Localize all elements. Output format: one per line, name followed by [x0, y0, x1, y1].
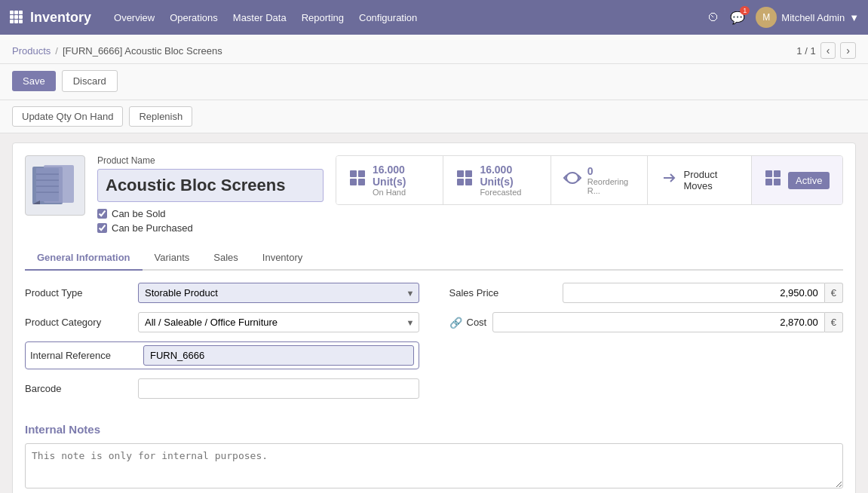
- svg-rect-28: [765, 179, 772, 185]
- barcode-input[interactable]: [138, 378, 419, 399]
- tab-variants[interactable]: Variants: [143, 246, 202, 271]
- product-category-select-wrapper: All / Saleable / Office Furniture ▼: [138, 312, 419, 332]
- product-name-input[interactable]: [97, 169, 324, 202]
- forecasted-value: 16.000 Unit(s): [480, 164, 538, 188]
- cost-label-row: 🔗 Cost: [449, 317, 487, 329]
- nav-overview[interactable]: Overview: [114, 9, 155, 26]
- grid-menu-icon[interactable]: [9, 10, 23, 26]
- reordering-icon: [563, 169, 581, 191]
- action-bar: Save Discard: [0, 64, 868, 100]
- product-image: [25, 155, 85, 216]
- svg-rect-29: [774, 179, 781, 185]
- product-type-group: Product Type Storable Product Consumable…: [25, 283, 419, 303]
- user-menu[interactable]: M Mitchell Admin ▼: [756, 7, 859, 28]
- cost-label: Cost: [467, 317, 487, 328]
- user-dropdown-icon: ▼: [849, 12, 859, 23]
- product-moves-label: Product Moves: [684, 169, 740, 191]
- product-category-label: Product Category: [25, 317, 138, 328]
- breadcrumb-bar: Products / [FURN_6666] Acoustic Bloc Scr…: [0, 35, 868, 64]
- product-checkboxes: Can be Sold Can be Purchased: [97, 208, 324, 234]
- internal-reference-input[interactable]: [143, 345, 414, 366]
- pagination: 1 / 1 ‹ ›: [796, 42, 856, 59]
- stat-on-hand[interactable]: 16.000 Unit(s) On Hand: [336, 156, 443, 204]
- update-on-hand-button[interactable]: Update Qty On Hand: [12, 106, 123, 127]
- cost-currency: €: [825, 312, 843, 332]
- navbar-right: ⏲ 💬 1 M Mitchell Admin ▼: [707, 7, 859, 28]
- inventory-action-bar: Update Qty On Hand Replenish: [0, 100, 868, 133]
- app-title: Inventory: [30, 10, 91, 26]
- svg-rect-19: [350, 179, 357, 185]
- chat-icon[interactable]: 💬 1: [730, 11, 745, 25]
- stat-forecasted[interactable]: 16.000 Unit(s) Forecasted: [443, 156, 551, 204]
- on-hand-info: 16.000 Unit(s) On Hand: [373, 164, 431, 197]
- cost-input-wrapper: €: [492, 312, 843, 332]
- svg-rect-7: [14, 20, 18, 23]
- pagination-prev[interactable]: ‹: [820, 42, 836, 59]
- svg-rect-22: [465, 170, 472, 177]
- forecasted-icon: [455, 169, 474, 191]
- nav-operations[interactable]: Operations: [170, 9, 218, 26]
- clock-icon[interactable]: ⏲: [707, 11, 719, 24]
- pagination-next[interactable]: ›: [840, 42, 856, 59]
- save-button[interactable]: Save: [12, 71, 56, 91]
- tabs: General Information Variants Sales Inven…: [25, 246, 843, 271]
- product-category-select[interactable]: All / Saleable / Office Furniture: [138, 312, 419, 332]
- product-type-select[interactable]: Storable Product Consumable Service: [138, 283, 419, 303]
- main-content: Product Name Can be Sold Can be Purchase…: [0, 133, 868, 493]
- forecasted-info: 16.000 Unit(s) Forecasted: [480, 164, 538, 197]
- form-right-column: Sales Price € 🔗 Cost €: [449, 283, 844, 408]
- breadcrumb-current: [FURN_6666] Acoustic Bloc Screens: [63, 45, 222, 57]
- svg-rect-11: [36, 168, 59, 201]
- sales-price-group: Sales Price €: [449, 283, 844, 303]
- sales-price-label: Sales Price: [449, 287, 563, 299]
- can-be-purchased-checkbox[interactable]: Can be Purchased: [97, 222, 324, 234]
- nav-configuration[interactable]: Configuration: [359, 9, 417, 26]
- tab-general-information[interactable]: General Information: [25, 246, 143, 271]
- nav-master-data[interactable]: Master Data: [233, 9, 287, 26]
- svg-rect-23: [457, 179, 464, 185]
- pagination-text: 1 / 1: [796, 45, 815, 57]
- svg-rect-8: [19, 20, 23, 23]
- svg-rect-2: [19, 11, 23, 14]
- active-icon: [764, 169, 782, 191]
- nav-reporting[interactable]: Reporting: [302, 9, 344, 26]
- stats-widgets: 16.000 Unit(s) On Hand 16.000 Unit(s) Fo…: [336, 155, 843, 205]
- sales-price-input[interactable]: [563, 283, 825, 303]
- forecasted-label: Forecasted: [480, 188, 538, 197]
- tab-inventory[interactable]: Inventory: [250, 246, 314, 271]
- on-hand-value: 16.000 Unit(s): [373, 164, 431, 188]
- nav-menu: Overview Operations Master Data Reportin…: [114, 9, 707, 26]
- svg-rect-3: [10, 15, 14, 19]
- username: Mitchell Admin: [781, 12, 845, 23]
- svg-rect-5: [19, 15, 23, 19]
- product-name-label: Product Name: [97, 155, 324, 166]
- svg-rect-0: [10, 11, 14, 14]
- svg-rect-17: [350, 170, 357, 177]
- replenish-button[interactable]: Replenish: [129, 106, 192, 127]
- cost-input[interactable]: [492, 312, 825, 332]
- active-badge: Active: [788, 172, 830, 189]
- on-hand-label: On Hand: [373, 188, 431, 197]
- stat-active[interactable]: Active: [752, 156, 842, 204]
- can-be-sold-checkbox[interactable]: Can be Sold: [97, 208, 324, 219]
- on-hand-icon: [348, 169, 367, 191]
- stat-reordering[interactable]: 0 Reordering R...: [551, 156, 648, 204]
- product-moves-icon: [660, 169, 678, 191]
- svg-rect-6: [10, 20, 14, 23]
- can-be-sold-label: Can be Sold: [112, 208, 166, 219]
- product-type-label: Product Type: [25, 287, 138, 299]
- product-info: Product Name Can be Sold Can be Purchase…: [97, 155, 324, 234]
- barcode-group: Barcode: [25, 378, 419, 399]
- reordering-info: 0 Reordering R...: [587, 165, 635, 195]
- stat-product-moves[interactable]: Product Moves: [648, 156, 753, 204]
- tab-sales[interactable]: Sales: [201, 246, 250, 271]
- barcode-label: Barcode: [25, 383, 138, 394]
- cost-external-link-icon[interactable]: 🔗: [449, 317, 462, 329]
- discard-button[interactable]: Discard: [62, 70, 118, 92]
- avatar: M: [756, 7, 777, 28]
- reordering-label: Reordering R...: [587, 177, 635, 195]
- can-be-purchased-label: Can be Purchased: [112, 222, 193, 234]
- notes-textarea[interactable]: [25, 443, 843, 488]
- navbar: Inventory Overview Operations Master Dat…: [0, 0, 868, 35]
- breadcrumb-parent[interactable]: Products: [12, 45, 51, 57]
